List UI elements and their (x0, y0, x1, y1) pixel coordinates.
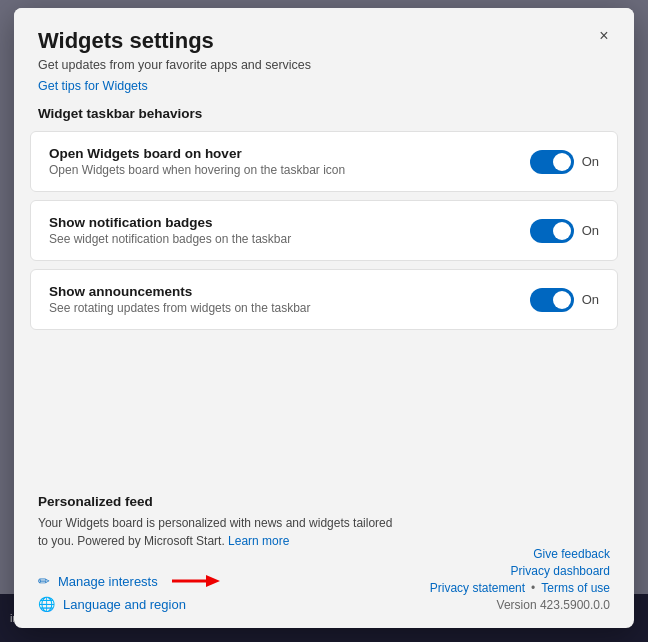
language-region-link[interactable]: 🌐 Language and region (38, 596, 406, 612)
toggle-announcements-desc: See rotating updates from widgets on the… (49, 301, 311, 315)
privacy-dashboard-link[interactable]: Privacy dashboard (511, 564, 610, 578)
backdrop: in app: select START › Settings > Widget… (0, 0, 648, 642)
subtitle: Get updates from your favorite apps and … (38, 58, 610, 72)
toggle-badges-desc: See widget notification badges on the ta… (49, 232, 291, 246)
panel-header: Widgets settings Get updates from your f… (14, 8, 634, 94)
personalized-title: Personalized feed (38, 494, 406, 509)
title: Widgets settings (38, 28, 610, 54)
spacer (14, 338, 634, 478)
personalized-section: Personalized feed Your Widgets board is … (14, 478, 430, 572)
toggle-badges-label: On (582, 223, 599, 238)
close-button[interactable]: × (590, 22, 618, 50)
bottom-left: Personalized feed Your Widgets board is … (14, 478, 430, 612)
toggle-hover-label: On (582, 154, 599, 169)
personalized-desc: Your Widgets board is personalized with … (38, 514, 406, 550)
toggle-hover-desc: Open Widgets board when hovering on the … (49, 163, 345, 177)
toggle-announcements-title: Show announcements (49, 284, 311, 299)
manage-interests-label: Manage interests (58, 574, 158, 589)
give-feedback-link[interactable]: Give feedback (533, 547, 610, 561)
edit-icon: ✏ (38, 573, 50, 589)
terms-of-use-link[interactable]: Terms of use (541, 581, 610, 595)
toggle-row-badges: Show notification badges See widget noti… (30, 200, 618, 261)
manage-interests-link[interactable]: ✏ Manage interests (38, 572, 406, 590)
language-region-label: Language and region (63, 597, 186, 612)
learn-more-link[interactable]: Learn more (228, 534, 289, 548)
section-taskbar-label: Widget taskbar behaviors (14, 106, 634, 121)
toggle-hover-switch[interactable] (530, 150, 574, 174)
toggle-hover-title: Open Widgets board on hover (49, 146, 345, 161)
toggle-announcements-label: On (582, 292, 599, 307)
svg-marker-3 (206, 575, 220, 587)
red-arrow-icon (172, 572, 220, 590)
footer-version: Version 423.5900.0.0 (497, 598, 610, 612)
toggle-row-announcements: Show announcements See rotating updates … (30, 269, 618, 330)
bottom-right: Give feedback Privacy dashboard Privacy … (430, 478, 634, 612)
globe-icon: 🌐 (38, 596, 55, 612)
toggle-badges-switch[interactable] (530, 219, 574, 243)
tips-link[interactable]: Get tips for Widgets (38, 79, 148, 93)
toggle-announcements-switch[interactable] (530, 288, 574, 312)
privacy-statement-link[interactable]: Privacy statement (430, 581, 525, 595)
toggle-badges-title: Show notification badges (49, 215, 291, 230)
footer-legal-row: Privacy statement • Terms of use (430, 581, 610, 595)
widgets-settings-panel: Widgets settings Get updates from your f… (14, 8, 634, 628)
toggle-row-hover: Open Widgets board on hover Open Widgets… (30, 131, 618, 192)
action-links: ✏ Manage interests 🌐 Language and region (14, 572, 430, 612)
footer-separator: • (531, 581, 535, 595)
bottom-section: Personalized feed Your Widgets board is … (14, 478, 634, 628)
